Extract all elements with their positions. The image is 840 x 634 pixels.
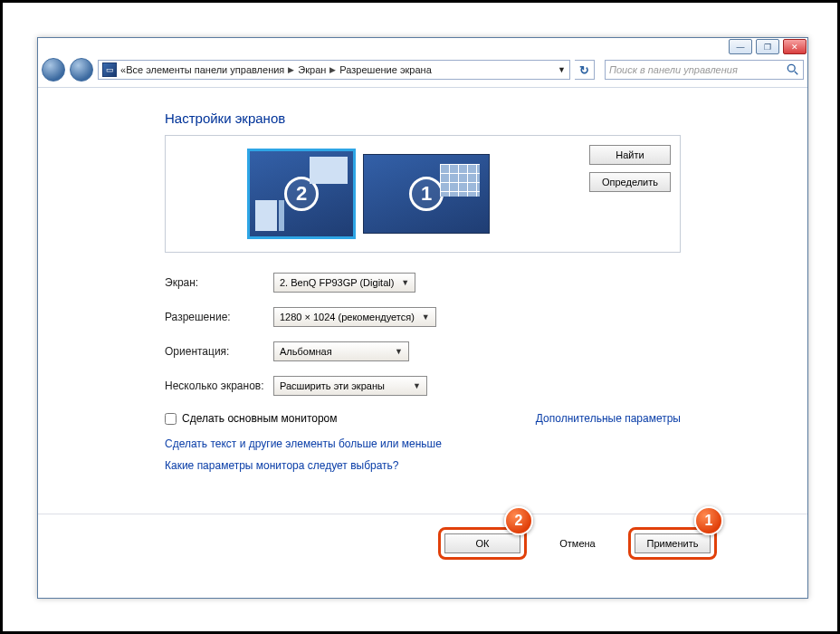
- breadcrumb[interactable]: ▭ « Все элементы панели управления ▶ Экр…: [98, 60, 570, 80]
- separator: [38, 87, 807, 88]
- search-input[interactable]: Поиск в панели управления: [605, 60, 804, 80]
- nav-back-button[interactable]: [42, 58, 65, 82]
- make-primary-checkbox[interactable]: Сделать основным монитором: [165, 412, 338, 425]
- highlight-ok: 2 ОК: [438, 527, 527, 560]
- chevron-right-icon: ▶: [288, 65, 294, 74]
- chevron-right-icon: ▶: [329, 65, 336, 74]
- ok-button[interactable]: ОК: [444, 533, 520, 553]
- chevron-down-icon: ▼: [395, 347, 403, 356]
- orientation-select[interactable]: Альбомная ▼: [273, 341, 409, 361]
- screen-select[interactable]: 2. BenQ FP93GP (Digital) ▼: [273, 273, 415, 293]
- whichsettings-link[interactable]: Какие параметры монитора следует выбрать…: [165, 459, 681, 472]
- apply-button[interactable]: Применить: [635, 533, 711, 553]
- monitor-2[interactable]: 2: [247, 149, 356, 239]
- breadcrumb-seg1[interactable]: Все элементы панели управления: [126, 64, 284, 75]
- svg-line-1: [795, 72, 798, 75]
- callout-badge: 1: [694, 506, 723, 535]
- monitor-1[interactable]: 1: [363, 154, 490, 234]
- maximize-button[interactable]: ❐: [756, 39, 779, 54]
- help-links: Сделать текст и другие элементы больше и…: [165, 437, 681, 472]
- breadcrumb-seg2[interactable]: Экран: [298, 64, 326, 75]
- display-icon: ▭: [102, 62, 117, 77]
- minimize-button[interactable]: —: [729, 39, 752, 54]
- search-placeholder: Поиск в панели управления: [609, 64, 738, 75]
- monitor-number: 1: [409, 177, 444, 211]
- window-deco-icon: [440, 164, 480, 197]
- navbar: ▭ « Все элементы панели управления ▶ Экр…: [42, 56, 804, 83]
- checkbox-icon[interactable]: [165, 413, 177, 425]
- window-deco-icon: [310, 157, 348, 184]
- chevron-down-icon: ▼: [422, 312, 430, 322]
- page-title: Настройки экранов: [165, 110, 681, 126]
- find-button[interactable]: Найти: [589, 145, 671, 165]
- resolution-select[interactable]: 1280 × 1024 (рекомендуется) ▼: [273, 307, 436, 327]
- checkbox-row: Сделать основным монитором Дополнительны…: [165, 412, 681, 425]
- chevron-down-icon[interactable]: ▼: [558, 65, 566, 74]
- window-controls: — ❐ ✕: [727, 37, 808, 56]
- cancel-button[interactable]: Отмена: [539, 533, 616, 553]
- multi-select[interactable]: Расширить эти экраны ▼: [273, 376, 427, 396]
- screen-label: Экран:: [165, 276, 273, 289]
- chevron-down-icon: ▼: [401, 278, 409, 287]
- window-deco-icon: [255, 200, 277, 231]
- monitor-actions: Найти Определить: [589, 145, 671, 192]
- identify-button[interactable]: Определить: [589, 172, 671, 192]
- highlight-apply: 1 Применить: [628, 527, 717, 560]
- nav-forward-button[interactable]: [70, 58, 93, 82]
- advanced-link[interactable]: Дополнительные параметры: [536, 412, 681, 425]
- search-icon: [787, 63, 799, 76]
- chevron-down-icon: ▼: [413, 381, 421, 390]
- breadcrumb-seg3[interactable]: Разрешение экрана: [339, 64, 431, 75]
- svg-point-0: [788, 64, 795, 72]
- textsize-link[interactable]: Сделать текст и другие элементы больше и…: [165, 437, 681, 450]
- multi-label: Несколько экранов:: [165, 379, 273, 392]
- refresh-button[interactable]: ↻: [575, 60, 595, 80]
- dialog-footer: 2 ОК Отмена 1 Применить: [38, 514, 807, 572]
- close-button[interactable]: ✕: [783, 39, 807, 54]
- window-deco-icon: [279, 200, 284, 231]
- resolution-label: Разрешение:: [165, 311, 273, 323]
- orientation-label: Ориентация:: [165, 345, 273, 358]
- control-panel-window: — ❐ ✕ ▭ « Все элементы панели управления…: [37, 37, 808, 599]
- settings-form: Экран: 2. BenQ FP93GP (Digital) ▼ Разреш…: [165, 273, 681, 396]
- monitor-arrangement-box[interactable]: 2 1 Найти Определить: [165, 135, 681, 253]
- callout-badge: 2: [504, 506, 533, 535]
